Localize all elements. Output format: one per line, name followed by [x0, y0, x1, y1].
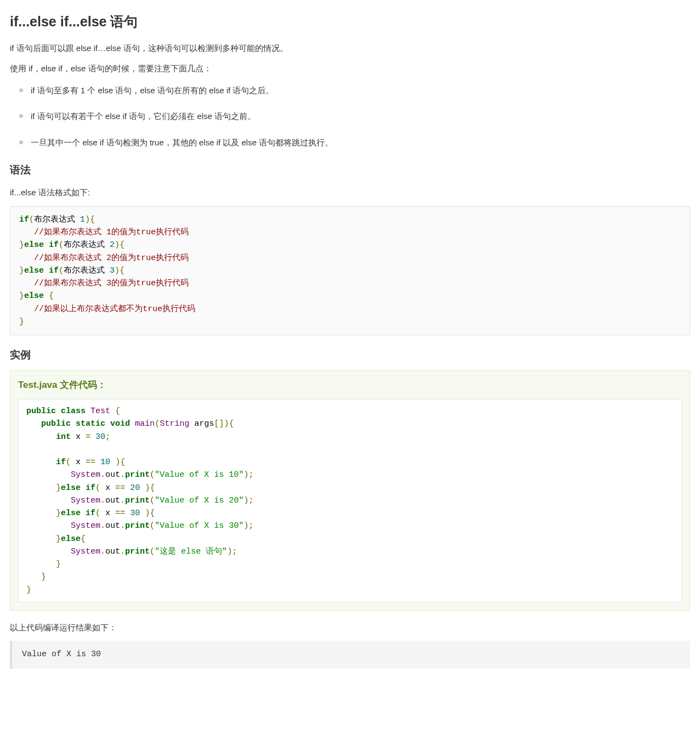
example-code-block: public class Test { public static void m… — [18, 399, 682, 602]
list-item: if 语句至多有 1 个 else 语句，else 语句在所有的 else if… — [10, 83, 690, 98]
rules-list: if 语句至多有 1 个 else 语句，else 语句在所有的 else if… — [10, 83, 690, 150]
example-title: Test.java 文件代码： — [18, 377, 682, 393]
intro-paragraph-1: if 语句后面可以跟 else if…else 语句，这种语句可以检测到多种可能… — [10, 41, 690, 55]
heading-main: if...else if...else 语句 — [10, 10, 690, 33]
heading-example: 实例 — [10, 346, 690, 364]
example-container: Test.java 文件代码： public class Test { publ… — [10, 370, 690, 611]
intro-paragraph-2: 使用 if，else if，else 语句的时候，需要注意下面几点： — [10, 61, 690, 76]
output-block: Value of X is 30 — [10, 641, 690, 669]
output-intro: 以上代码编译运行结果如下： — [10, 621, 690, 635]
list-item: if 语句可以有若干个 else if 语句，它们必须在 else 语句之前。 — [10, 109, 690, 123]
syntax-intro: if...else 语法格式如下: — [10, 185, 690, 200]
syntax-code-block: if(布尔表达式 1){ //如果布尔表达式 1的值为true执行代码 }els… — [10, 206, 690, 335]
heading-syntax: 语法 — [10, 161, 690, 179]
list-item: 一旦其中一个 else if 语句检测为 true，其他的 else if 以及… — [10, 136, 690, 150]
